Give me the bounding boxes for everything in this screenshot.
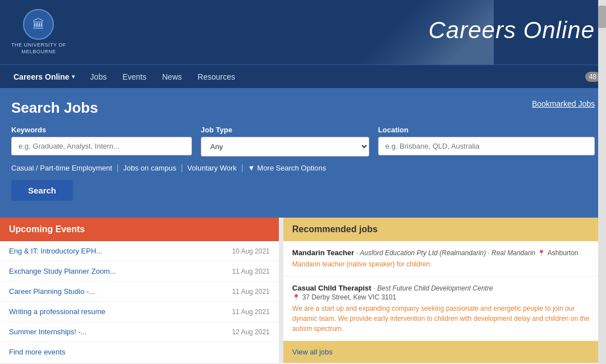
job-title[interactable]: Casual Child Therapist <box>292 284 371 292</box>
keywords-field: Keywords <box>11 126 192 156</box>
logo-text: THE UNIVERSITY OF MELBOURNE <box>11 42 66 55</box>
job-title-row: Casual Child Therapist · Best Future Chi… <box>292 283 597 292</box>
job-location: Ashburton <box>548 249 579 257</box>
job-item: Casual Child Therapist · Best Future Chi… <box>283 277 606 341</box>
event-item[interactable]: Writing a professional resume 11 Aug 202… <box>0 302 279 322</box>
events-header: Upcoming Events <box>0 218 279 241</box>
nav-news[interactable]: News <box>154 65 190 89</box>
search-button[interactable]: Search <box>11 180 73 201</box>
header-title: Careers Online <box>429 17 595 44</box>
search-filters: Casual / Part-time Employment | Jobs on … <box>11 163 595 172</box>
scrollbar-track <box>598 0 606 363</box>
search-header: Search Jobs Bookmarked Jobs <box>11 99 595 117</box>
jobs-panel: Recommended jobs Mandarin Teacher · Ausf… <box>279 218 606 363</box>
location-label: Location <box>378 126 595 134</box>
job-type-field: Job Type Any <box>201 126 369 156</box>
location-pin-icon: 📍 <box>538 250 545 256</box>
event-date: 12 Aug 2021 <box>232 328 269 336</box>
scrollbar-thumb[interactable] <box>598 6 606 28</box>
job-location: 37 Derby Street, Kew VIC 3101 <box>302 293 396 301</box>
search-title: Search Jobs <box>11 99 98 117</box>
job-title-row: Mandarin Teacher · Ausford Education Pty… <box>292 248 597 257</box>
search-row: Keywords Job Type Any Location <box>11 126 595 156</box>
event-date: 11 Aug 2021 <box>232 268 269 275</box>
job-item: Mandarin Teacher · Ausford Education Pty… <box>283 241 606 277</box>
find-more-events[interactable]: Find more events <box>0 342 279 362</box>
keywords-label: Keywords <box>11 126 192 134</box>
event-date: 11 Aug 2021 <box>232 308 269 316</box>
job-description: Mandarin teacher (native speaker) for ch… <box>292 259 597 269</box>
job-location-row: 📍 37 Derby Street, Kew VIC 3101 <box>292 292 597 301</box>
panels: Upcoming Events Eng & IT: Introductory E… <box>0 218 606 363</box>
event-item[interactable]: Summer Internships! -... 12 Aug 2021 <box>0 322 279 342</box>
jobs-header: Recommended jobs <box>283 218 606 241</box>
dropdown-icon: ▾ <box>72 73 75 80</box>
nav-jobs[interactable]: Jobs <box>82 65 115 89</box>
event-name[interactable]: Summer Internships! -... <box>9 328 87 336</box>
view-all-jobs[interactable]: View all jobs <box>283 341 606 363</box>
event-item[interactable]: Exchange Study Planner Zoom... 11 Aug 20… <box>0 261 279 282</box>
event-date: 11 Aug 2021 <box>232 288 269 296</box>
more-options[interactable]: ▼ More Search Options <box>247 164 326 172</box>
search-section: Search Jobs Bookmarked Jobs Keywords Job… <box>0 88 606 218</box>
location-pin-icon: 📍 <box>292 294 300 301</box>
event-name[interactable]: Writing a professional resume <box>9 307 105 316</box>
event-date: 10 Aug 2021 <box>232 247 269 255</box>
university-icon: 🏛 <box>33 17 45 32</box>
nav-careers-online[interactable]: Careers Online ▾ <box>6 65 82 89</box>
job-company: · Best Future Child Development Centre <box>374 284 493 292</box>
filter-casual[interactable]: Casual / Part-time Employment <box>11 164 112 172</box>
job-description: We are a start up and expanding company … <box>292 303 597 334</box>
location-field: Location <box>378 126 595 156</box>
filter-voluntary[interactable]: Voluntary Work <box>187 164 237 172</box>
keywords-input[interactable] <box>11 137 192 155</box>
event-name[interactable]: Eng & IT: Introductory EPH... <box>9 247 102 255</box>
header: 🏛 THE UNIVERSITY OF MELBOURNE Careers On… <box>0 0 606 64</box>
logo-circle: 🏛 <box>23 9 54 40</box>
event-name[interactable]: Career Planning Studio -... <box>9 287 95 296</box>
event-name[interactable]: Exchange Study Planner Zoom... <box>9 267 116 275</box>
job-type-select[interactable]: Any <box>201 137 369 156</box>
bookmarked-jobs-link[interactable]: Bookmarked Jobs <box>532 99 595 108</box>
events-panel: Upcoming Events Eng & IT: Introductory E… <box>0 218 279 363</box>
job-title[interactable]: Mandarin Teacher <box>292 248 354 257</box>
nav-resources[interactable]: Resources <box>190 65 243 89</box>
job-company: · Ausford Education Pty Ltd (Realmandari… <box>356 249 535 257</box>
caret-icon: ▼ <box>247 164 255 172</box>
logo[interactable]: 🏛 THE UNIVERSITY OF MELBOURNE <box>11 9 66 55</box>
job-type-label: Job Type <box>201 126 369 134</box>
event-item[interactable]: Career Planning Studio -... 11 Aug 2021 <box>0 282 279 302</box>
filter-campus[interactable]: Jobs on campus <box>123 164 177 172</box>
nav-events[interactable]: Events <box>114 65 154 89</box>
navigation: Careers Online ▾ Jobs Events News Resour… <box>0 64 606 88</box>
location-input[interactable] <box>378 137 595 155</box>
event-item[interactable]: Eng & IT: Introductory EPH... 10 Aug 202… <box>0 241 279 261</box>
